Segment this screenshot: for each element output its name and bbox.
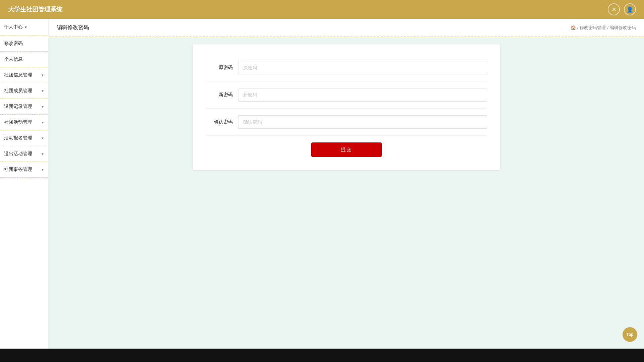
sidebar-item-label: 退出活动管理	[4, 151, 32, 157]
sidebar: 个人中心 ▼ 修改密码 个人信息 社团信息管理 ▼ 社团成员管理 ▼ 退团记录管…	[0, 19, 49, 349]
topbar: 大学生社团管理系统 ✕ 👤	[0, 0, 644, 19]
back-to-top-button[interactable]: Top	[623, 327, 637, 342]
home-icon: 🏠	[571, 25, 576, 30]
breadcrumb: 🏠 / 修改密码管理 / 编辑修改密码	[571, 25, 636, 31]
sidebar-item-club-info[interactable]: 社团信息管理 ▼	[0, 67, 48, 83]
breadcrumb-item1: 修改密码管理	[580, 25, 606, 31]
page-header: 编辑修改密码 🏠 / 修改密码管理 / 编辑修改密码	[49, 19, 644, 37]
close-icon: ✕	[612, 6, 616, 13]
edit-password-form: 原密码 新密码 确认密码 提交	[192, 44, 501, 171]
sidebar-item-label: 个人信息	[4, 56, 23, 62]
sidebar-item-label: 活动报名管理	[4, 135, 32, 141]
sidebar-header[interactable]: 个人中心 ▼	[0, 19, 48, 36]
bottombar	[0, 349, 644, 362]
sidebar-item-exit-activity[interactable]: 退出活动管理 ▼	[0, 146, 48, 162]
new-password-input[interactable]	[238, 88, 487, 102]
new-password-label: 新密码	[206, 92, 233, 98]
chevron-down-icon: ▼	[41, 105, 44, 109]
sidebar-item-label: 社团事务管理	[4, 167, 32, 173]
sidebar-item-activity-registration[interactable]: 活动报名管理 ▼	[0, 130, 48, 146]
close-button[interactable]: ✕	[608, 3, 620, 15]
sidebar-item-label: 修改密码	[4, 41, 23, 47]
confirm-password-input[interactable]	[238, 115, 487, 129]
sidebar-item-label: 退团记录管理	[4, 104, 32, 110]
sidebar-item-club-affairs[interactable]: 社团事务管理 ▼	[0, 162, 48, 178]
main-content: 编辑修改密码 🏠 / 修改密码管理 / 编辑修改密码 原密码 新密码 确认密码	[49, 19, 644, 349]
page-title: 编辑修改密码	[57, 24, 89, 31]
chevron-down-icon: ▼	[41, 73, 44, 77]
chevron-down-icon: ▼	[24, 25, 28, 29]
sidebar-item-change-password[interactable]: 修改密码	[0, 36, 48, 52]
breadcrumb-item2: 编辑修改密码	[610, 25, 636, 31]
user-button[interactable]: 👤	[624, 3, 636, 15]
sidebar-item-exit-records[interactable]: 退团记录管理 ▼	[0, 99, 48, 115]
user-icon: 👤	[627, 6, 633, 13]
submit-button[interactable]: 提交	[311, 142, 382, 157]
breadcrumb-sep1: /	[577, 25, 579, 30]
submit-row: 提交	[206, 136, 487, 157]
sidebar-header-label: 个人中心	[4, 24, 23, 30]
app-title: 大学生社团管理系统	[8, 5, 62, 13]
sidebar-item-label: 社团成员管理	[4, 88, 32, 94]
sidebar-item-label: 社团活动管理	[4, 119, 32, 125]
sidebar-item-club-activities[interactable]: 社团活动管理 ▼	[0, 115, 48, 130]
chevron-down-icon: ▼	[41, 121, 44, 124]
old-password-label: 原密码	[206, 65, 233, 71]
new-password-row: 新密码	[206, 81, 487, 109]
chevron-down-icon: ▼	[41, 136, 44, 140]
topbar-actions: ✕ 👤	[608, 3, 636, 15]
confirm-password-row: 确认密码	[206, 109, 487, 136]
main-layout: 个人中心 ▼ 修改密码 个人信息 社团信息管理 ▼ 社团成员管理 ▼ 退团记录管…	[0, 19, 644, 349]
confirm-password-label: 确认密码	[206, 119, 233, 125]
old-password-row: 原密码	[206, 54, 487, 81]
sidebar-item-label: 社团信息管理	[4, 72, 32, 78]
chevron-down-icon: ▼	[41, 152, 44, 156]
old-password-input[interactable]	[238, 61, 487, 74]
sidebar-item-personal-info[interactable]: 个人信息	[0, 52, 48, 67]
chevron-down-icon: ▼	[41, 89, 44, 93]
sidebar-item-club-members[interactable]: 社团成员管理 ▼	[0, 83, 48, 99]
breadcrumb-sep2: /	[607, 25, 608, 30]
chevron-down-icon: ▼	[41, 168, 44, 172]
